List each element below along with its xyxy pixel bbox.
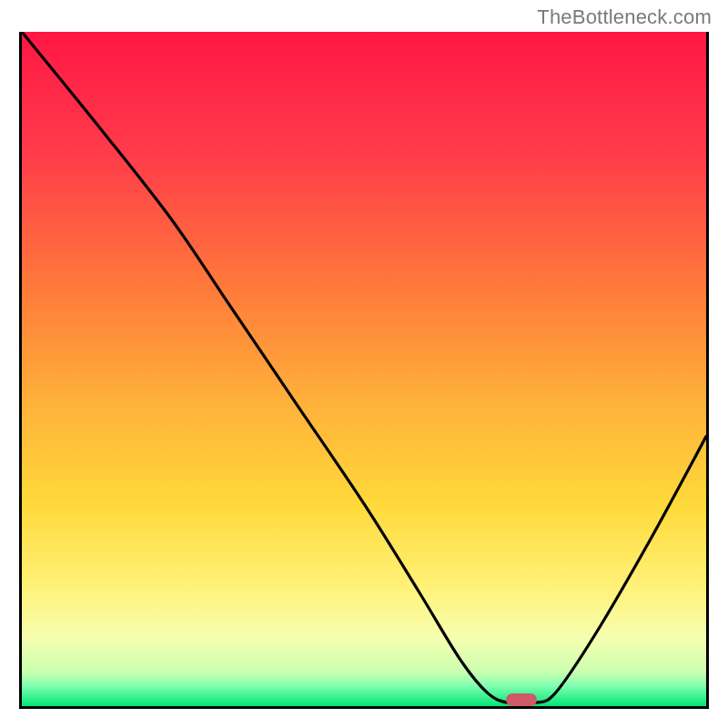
attribution-text: TheBottleneck.com [537, 5, 712, 29]
plot-frame [19, 32, 709, 709]
